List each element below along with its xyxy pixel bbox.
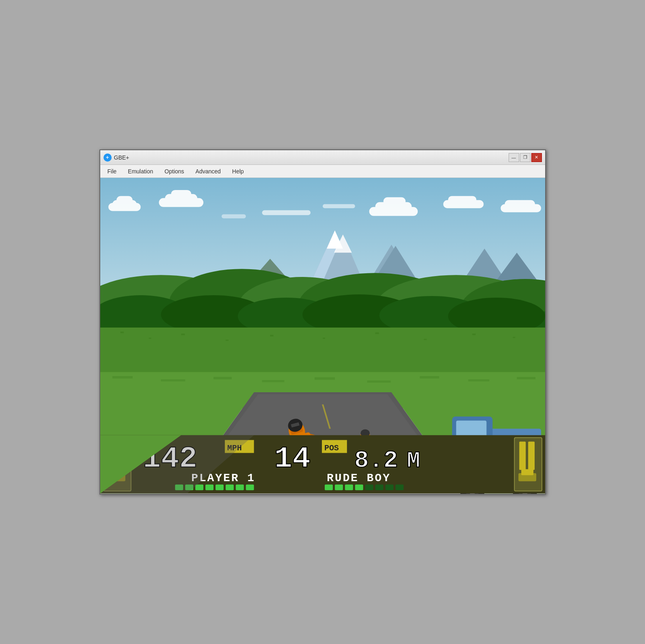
svg-rect-119 (195, 485, 203, 491)
titlebar: + GBE+ — ❐ ✕ (100, 150, 545, 165)
window-title: GBE+ (114, 154, 129, 161)
svg-rect-15 (323, 204, 355, 208)
svg-rect-126 (334, 485, 343, 491)
svg-rect-127 (345, 485, 353, 491)
menu-options[interactable]: Options (160, 166, 189, 176)
svg-rect-137 (521, 469, 533, 475)
svg-rect-128 (355, 485, 363, 491)
svg-rect-135 (528, 442, 535, 470)
svg-rect-60 (517, 377, 535, 380)
svg-rect-43 (181, 334, 185, 335)
svg-rect-49 (472, 334, 475, 335)
svg-rect-48 (424, 339, 427, 340)
svg-rect-132 (395, 485, 403, 491)
svg-rect-41 (120, 332, 123, 333)
svg-rect-55 (262, 380, 284, 383)
svg-rect-9 (383, 197, 406, 205)
svg-rect-2 (108, 203, 140, 211)
svg-rect-130 (375, 485, 383, 491)
svg-rect-11 (443, 200, 483, 208)
svg-rect-3 (116, 196, 132, 204)
svg-rect-6 (171, 190, 191, 198)
menu-advanced[interactable]: Advanced (191, 166, 226, 176)
svg-rect-14 (262, 210, 311, 215)
svg-rect-56 (315, 378, 335, 380)
svg-rect-44 (225, 340, 228, 341)
svg-rect-53 (161, 380, 185, 382)
svg-text:M: M (407, 449, 420, 474)
svg-rect-5 (159, 198, 203, 207)
svg-rect-59 (468, 380, 489, 382)
svg-rect-42 (149, 338, 151, 339)
svg-rect-122 (225, 485, 233, 491)
titlebar-left: + GBE+ (104, 153, 129, 162)
menubar: File Emulation Options Advanced Help (100, 165, 545, 178)
minimize-button[interactable]: — (509, 153, 519, 162)
svg-text:POS: POS (324, 443, 339, 453)
main-window: + GBE+ — ❐ ✕ File Emulation Options Adva… (99, 149, 546, 494)
svg-rect-121 (215, 485, 223, 491)
maximize-button[interactable]: ❐ (520, 153, 531, 162)
svg-rect-131 (385, 485, 393, 491)
svg-rect-50 (513, 337, 515, 338)
svg-rect-47 (375, 333, 379, 334)
close-button[interactable]: ✕ (531, 153, 542, 162)
svg-rect-58 (420, 376, 439, 379)
svg-rect-46 (323, 338, 325, 339)
menu-help[interactable]: Help (227, 166, 249, 176)
svg-rect-124 (246, 485, 254, 491)
app-icon: + (104, 153, 112, 162)
svg-rect-52 (112, 376, 132, 379)
svg-rect-45 (270, 335, 273, 337)
menu-file[interactable]: File (103, 166, 122, 176)
svg-rect-8 (369, 207, 418, 216)
svg-rect-123 (235, 485, 244, 491)
svg-text:14: 14 (274, 442, 311, 476)
svg-rect-57 (367, 381, 390, 383)
svg-rect-16 (221, 214, 246, 218)
svg-rect-120 (205, 485, 214, 491)
svg-text:RUDE BOY: RUDE BOY (326, 472, 390, 485)
svg-rect-13 (500, 204, 541, 212)
game-area: 142 MPH 14 POS 8.2 M PLAYER 1 RUDE BOY (100, 178, 545, 493)
svg-text:8.2: 8.2 (354, 447, 398, 475)
game-scene: 142 MPH 14 POS 8.2 M PLAYER 1 RUDE BOY (100, 178, 545, 493)
svg-rect-134 (519, 442, 526, 470)
window-controls: — ❐ ✕ (509, 153, 542, 162)
svg-rect-54 (213, 377, 231, 380)
svg-rect-129 (365, 485, 373, 491)
svg-rect-125 (324, 485, 332, 491)
menu-emulation[interactable]: Emulation (123, 166, 158, 176)
